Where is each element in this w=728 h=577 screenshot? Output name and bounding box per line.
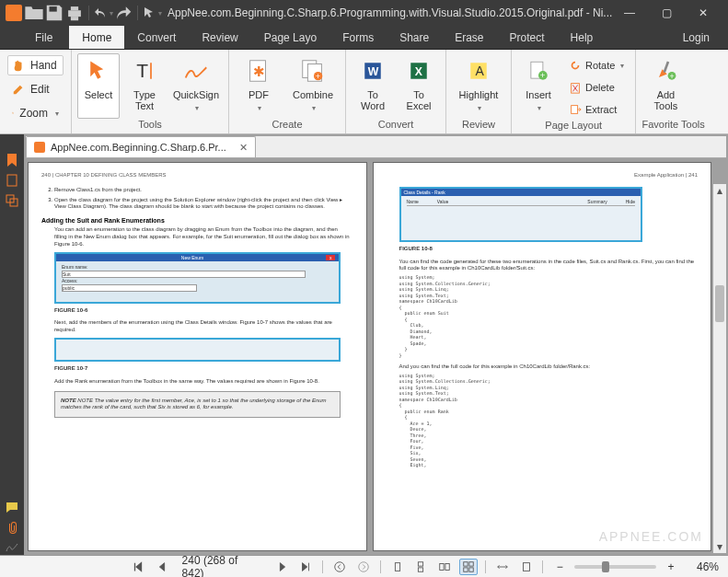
rotate-button[interactable]: Rotate▾: [563, 55, 630, 75]
svg-point-34: [359, 561, 369, 571]
svg-rect-40: [464, 561, 468, 565]
statusbar: 240 (268 of 842) − + 46%: [0, 555, 728, 577]
cursor-select-icon[interactable]: ▾: [142, 3, 162, 23]
svg-rect-41: [469, 561, 473, 565]
last-page-button[interactable]: [296, 559, 315, 575]
svg-rect-36: [419, 561, 423, 565]
signatures-panel-icon[interactable]: [5, 540, 19, 555]
menu-share[interactable]: Share: [387, 26, 442, 49]
window-title: AppNee.com.Beginning.C.Sharp.6.Programmi…: [162, 6, 616, 19]
to-excel-button[interactable]: X To Excel: [398, 53, 440, 119]
delete-icon: [569, 81, 582, 94]
menu-page-layout[interactable]: Page Layo: [251, 26, 329, 49]
highlight-button[interactable]: A Highlight▾: [452, 53, 505, 119]
pdf-button[interactable]: ✱ PDF▾: [235, 53, 283, 119]
svg-rect-2: [71, 6, 78, 10]
type-text-icon: T: [130, 56, 159, 86]
to-word-button[interactable]: W To Word: [352, 53, 394, 119]
group-create-label: Create: [235, 119, 340, 133]
svg-rect-26: [572, 106, 578, 114]
menu-home[interactable]: Home: [69, 26, 124, 49]
zoom-tool[interactable]: Zoom▾: [7, 103, 64, 123]
scroll-thumb[interactable]: [715, 285, 724, 322]
redo-icon[interactable]: [113, 3, 133, 23]
layers-icon[interactable]: [5, 193, 19, 208]
open-icon[interactable]: [24, 3, 44, 23]
hand-icon: [12, 59, 25, 72]
type-text-button[interactable]: T Type Text: [123, 53, 166, 119]
page-left: 240 | CHAPTER 10 DEFINING CLASS MEMBERS …: [28, 162, 367, 551]
document-tab[interactable]: AppNee.com.Beginning.C.Sharp.6.Pr... ✕: [26, 136, 256, 157]
hand-label: Hand: [30, 59, 57, 72]
bookmarks-icon[interactable]: [5, 153, 19, 167]
facing-view-button[interactable]: [435, 559, 454, 575]
select-cursor-icon: [84, 56, 113, 86]
document-tabs: AppNee.com.Beginning.C.Sharp.6.Pr... ✕: [26, 136, 726, 158]
insert-button[interactable]: + Insert▾: [517, 53, 560, 120]
menu-file[interactable]: File: [18, 26, 69, 49]
pdf-doc-icon: [34, 142, 45, 153]
document-tab-label: AppNee.com.Beginning.C.Sharp.6.Pr...: [51, 142, 226, 153]
continuous-view-button[interactable]: [412, 559, 431, 575]
attachments-icon[interactable]: [5, 520, 19, 535]
menu-erase[interactable]: Erase: [442, 26, 496, 49]
figure-10-8: Class Details - Rank NameValueSummaryHid…: [399, 187, 643, 242]
close-button[interactable]: ✕: [689, 2, 717, 24]
zoom-slider-knob[interactable]: [602, 561, 609, 572]
add-tools-button[interactable]: + Add Tools: [641, 53, 689, 119]
comments-icon[interactable]: [5, 500, 19, 514]
menu-protect[interactable]: Protect: [497, 26, 558, 49]
menu-help[interactable]: Help: [558, 26, 607, 49]
scroll-down-icon[interactable]: ▾: [713, 540, 726, 553]
zoom-out-button[interactable]: −: [550, 559, 569, 575]
menu-review[interactable]: Review: [189, 26, 250, 49]
scroll-up-icon[interactable]: ▴: [713, 184, 726, 197]
hand-tool[interactable]: Hand: [7, 55, 64, 75]
tab-close-icon[interactable]: ✕: [239, 142, 248, 154]
svg-point-33: [335, 561, 345, 571]
page-view[interactable]: 240 | CHAPTER 10 DEFINING CLASS MEMBERS …: [24, 158, 728, 555]
vertical-scrollbar[interactable]: ▴ ▾: [713, 184, 726, 553]
edit-tool[interactable]: Edit: [7, 79, 64, 99]
zoom-in-button[interactable]: +: [662, 559, 680, 575]
first-page-button[interactable]: [129, 559, 147, 575]
pages-icon[interactable]: [5, 173, 19, 188]
extract-button[interactable]: Extract: [563, 99, 630, 120]
svg-text:A: A: [476, 63, 485, 78]
save-icon[interactable]: [44, 3, 64, 23]
fit-width-button[interactable]: [493, 559, 512, 575]
zoom-percent[interactable]: 46%: [691, 560, 719, 573]
pdf-create-icon: ✱: [244, 56, 273, 86]
undo-icon[interactable]: ▾: [93, 3, 113, 23]
svg-rect-39: [445, 563, 449, 570]
svg-rect-35: [395, 562, 399, 571]
next-view-button[interactable]: [354, 559, 373, 575]
svg-text:✱: ✱: [253, 63, 265, 79]
combine-button[interactable]: + Combine▾: [286, 53, 340, 119]
app-icon: [6, 5, 22, 21]
quicksign-button[interactable]: QuickSign▾: [169, 53, 223, 119]
delete-button[interactable]: Delete: [563, 77, 630, 98]
menu-forms[interactable]: Forms: [329, 26, 387, 49]
page-indicator[interactable]: 240 (268 of 842): [177, 554, 268, 578]
next-page-button[interactable]: [273, 559, 292, 575]
zoom-slider[interactable]: [574, 565, 656, 569]
fit-page-button[interactable]: [517, 559, 536, 575]
minimize-button[interactable]: —: [616, 2, 643, 24]
maximize-button[interactable]: ▢: [653, 2, 680, 24]
prev-view-button[interactable]: [330, 559, 349, 575]
print-icon[interactable]: [64, 3, 85, 23]
prev-page-button[interactable]: [153, 559, 171, 575]
menu-convert[interactable]: Convert: [124, 26, 189, 49]
combine-icon: +: [298, 56, 328, 86]
facing-continuous-view-button[interactable]: [459, 559, 478, 575]
svg-rect-1: [68, 10, 81, 17]
svg-line-5: [13, 113, 14, 114]
single-page-view-button[interactable]: [388, 559, 407, 575]
select-button[interactable]: Select: [77, 53, 120, 119]
login-link[interactable]: Login: [683, 26, 728, 49]
insert-page-icon: +: [524, 56, 553, 86]
note-box: NOTE NOTE The value entry for the first …: [54, 391, 341, 419]
svg-rect-0: [50, 6, 57, 12]
edit-label: Edit: [30, 83, 50, 96]
